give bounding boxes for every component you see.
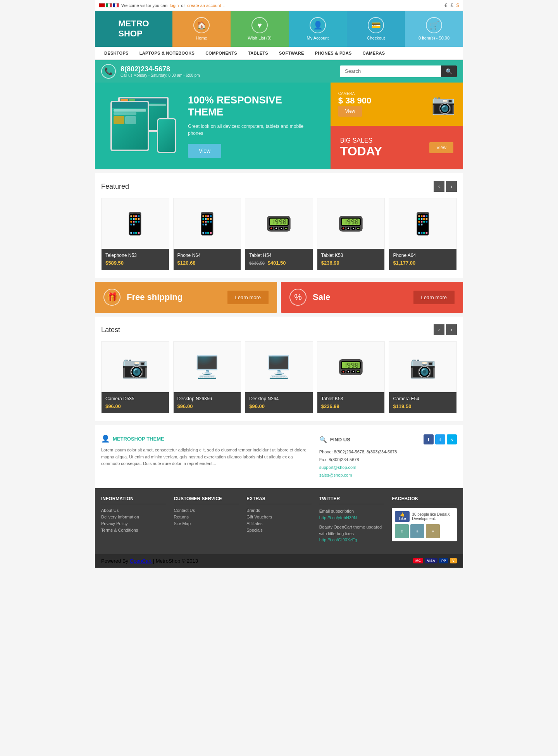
header-nav-icons: 🏠 Home ♥ Wish List (0) 👤 My Account 💳 Ch… [172, 11, 463, 47]
link-terms[interactable]: Terms & Conditions [101, 528, 166, 532]
featured-prev-arrow[interactable]: ‹ [434, 181, 444, 192]
hero-camera-panel: CAMERA $ 38 900 View 📷 [331, 83, 463, 126]
nav-account[interactable]: 👤 My Account [289, 11, 347, 47]
link-gift-vouchers[interactable]: Gift Vouchers [246, 515, 312, 519]
footer-contact-title: 🔍 FIND US [319, 436, 350, 443]
facebook-icon[interactable]: f [424, 434, 434, 444]
featured-header: Featured ‹ › [101, 181, 457, 192]
product-name-2: Tablet H54 [249, 253, 309, 258]
product-price-3: $236.99 [321, 260, 381, 266]
camera-view-button[interactable]: View [338, 106, 362, 117]
product-price-4: $1,177.00 [393, 260, 453, 266]
footer-info: 👤 METROSHOP THEME Lorem ipsum dolor sit … [95, 425, 463, 488]
hero-view-button[interactable]: View [188, 144, 221, 158]
currency-usd[interactable]: $ [456, 2, 459, 8]
featured-product-2[interactable]: 📟 Tablet H54 $636.50 $401.50 [245, 198, 313, 270]
hero-title: 100% RESPONSIVE THEME [188, 94, 319, 118]
camera-info: CAMERA $ 38 900 View [338, 91, 372, 117]
product-name-3: Tablet K53 [321, 253, 381, 258]
latest-info-0: Camera D535 $96.00 [102, 392, 169, 413]
fb-avatars: D B M [395, 524, 454, 538]
opencart-link[interactable]: OpenCart [130, 558, 152, 564]
product-image-0: 📱 [102, 198, 169, 249]
product-image-1: 📱 [174, 198, 241, 249]
latest-image-3: 📟 [317, 342, 385, 392]
home-label: Home [196, 36, 207, 40]
nav-tablets[interactable]: TABLETS [243, 47, 274, 59]
nav-phones[interactable]: PHONES & PDAS [310, 47, 357, 59]
featured-product-1[interactable]: 📱 Phone N64 $120.68 [173, 198, 241, 270]
featured-next-arrow[interactable]: › [446, 181, 457, 192]
link-specials[interactable]: Specials [246, 528, 312, 532]
latest-next-arrow[interactable]: › [446, 324, 457, 335]
social-icons: f t s [424, 434, 457, 444]
featured-product-3[interactable]: 📟 Tablet K53 $236.99 [317, 198, 385, 270]
bottom-footer: INFORMATION About Us Delivery Informatio… [95, 488, 463, 554]
link-privacy[interactable]: Privacy Policy [101, 521, 166, 526]
logo[interactable]: METRO SHOP [95, 11, 172, 47]
skype-icon[interactable]: s [447, 434, 457, 444]
product-image-4: 📱 [389, 198, 456, 249]
nav-home[interactable]: 🏠 Home [172, 11, 231, 47]
nav-laptops[interactable]: LAPTOPS & NOTEBOOKS [134, 47, 200, 59]
nav-wishlist[interactable]: ♥ Wish List (0) [231, 11, 289, 47]
nav-desktops[interactable]: DESKTOPS [99, 47, 134, 59]
latest-image-0: 📷 [102, 342, 169, 392]
checkout-label: Checkout [367, 36, 385, 40]
latest-product-1[interactable]: 🖥️ Desktop N26356 $96.00 [173, 341, 241, 413]
nav-cameras[interactable]: CAMERAS [357, 47, 391, 59]
header: METRO SHOP 🏠 Home ♥ Wish List (0) 👤 My A… [95, 11, 463, 47]
nav-components[interactable]: COMPONENTS [200, 47, 243, 59]
nav-software[interactable]: SOFTWARE [274, 47, 310, 59]
latest-prev-arrow[interactable]: ‹ [434, 324, 444, 335]
search-input[interactable] [340, 65, 441, 77]
sale-learn-more-button[interactable]: Learn more [413, 291, 455, 304]
latest-arrows: ‹ › [434, 324, 457, 335]
account-label: My Account [307, 36, 329, 40]
twitter-link-1[interactable]: http://t.co/GI90XzFg [319, 537, 384, 543]
footer-twitter: TWITTER Email subscription http://t.co/y… [319, 496, 384, 546]
contact-email1[interactable]: support@shop.com [319, 465, 356, 470]
facebook-title: FACEBOOK [392, 496, 457, 504]
currency-switcher: € £ $ [444, 2, 459, 8]
shipping-learn-more-button[interactable]: Learn more [227, 291, 269, 304]
link-sitemap[interactable]: Site Map [174, 521, 239, 526]
register-link[interactable]: create an account [187, 3, 221, 8]
nav-menu: DESKTOPS LAPTOPS & NOTEBOOKS COMPONENTS … [95, 47, 463, 60]
link-brands[interactable]: Brands [246, 508, 312, 513]
nav-checkout[interactable]: 💳 Checkout [347, 11, 405, 47]
payment-icons: MC VISA PP V [413, 558, 457, 563]
search-button[interactable]: 🔍 [441, 65, 457, 77]
hero-section: 100% RESPONSIVE THEME Great look on all … [95, 83, 463, 169]
latest-info-4: Camera E54 $119.50 [389, 392, 456, 413]
fb-like-button[interactable]: 👍 Like [395, 511, 410, 522]
link-affiliates[interactable]: Affiliates [246, 521, 312, 526]
currency-gbp[interactable]: £ [451, 2, 453, 8]
latest-product-2[interactable]: 🖥️ Desktop N264 $96.00 [245, 341, 313, 413]
login-link[interactable]: login [170, 3, 179, 8]
latest-product-3[interactable]: 📟 Tablet K53 $236.99 [317, 341, 385, 413]
link-returns[interactable]: Returns [174, 515, 239, 519]
link-delivery[interactable]: Delivery Information [101, 515, 166, 519]
latest-name-0: Camera D535 [105, 396, 165, 401]
footer-contact: 🔍 FIND US f t s Phone: 8(802)234-5678, 8… [319, 434, 457, 479]
featured-section: Featured ‹ › 📱 Telephone N53 $589.50 📱 P… [95, 173, 463, 278]
contact-email2[interactable]: sales@shop.com [319, 473, 352, 477]
link-contact[interactable]: Contact Us [174, 508, 239, 513]
latest-name-1: Desktop N26356 [177, 396, 237, 401]
sale-view-button[interactable]: View [429, 142, 453, 153]
latest-product-4[interactable]: 📷 Camera E54 $119.50 [389, 341, 457, 413]
fb-avatar-0: D [395, 524, 409, 538]
twitter-link-0[interactable]: http://t.co/yfebN39N [319, 515, 384, 521]
hero-devices [107, 95, 180, 157]
latest-product-0[interactable]: 📷 Camera D535 $96.00 [101, 341, 169, 413]
product-price-0: $589.50 [105, 260, 165, 266]
featured-product-0[interactable]: 📱 Telephone N53 $589.50 [101, 198, 169, 270]
nav-cart[interactable]: 🛒 0 item(s) - $0.00 [405, 11, 463, 47]
currency-eur[interactable]: € [444, 2, 447, 8]
featured-product-4[interactable]: 📱 Phone A64 $1,177.00 [389, 198, 457, 270]
product-name-0: Telephone N53 [105, 253, 165, 258]
twitter-icon[interactable]: t [435, 434, 445, 444]
link-about[interactable]: About Us [101, 508, 166, 513]
product-image-2: 📟 [245, 198, 313, 249]
